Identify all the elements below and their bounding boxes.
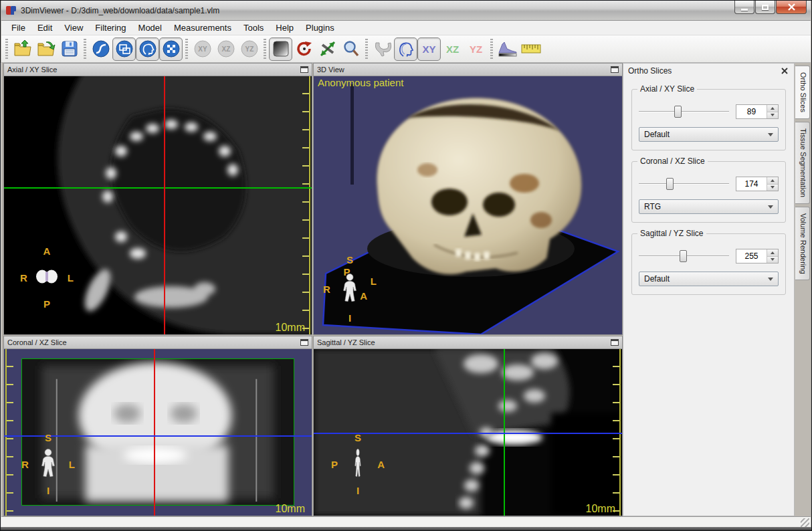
menu-measurements[interactable]: Measurements: [168, 21, 237, 35]
axial-crosshair-horizontal[interactable]: [4, 187, 312, 189]
orientation-letter-posterior: P: [331, 459, 338, 470]
axial-slice-slider-handle[interactable]: [674, 106, 682, 118]
arrow-down-icon: [771, 114, 775, 116]
menu-help[interactable]: Help: [270, 21, 300, 35]
maximize-button[interactable]: [755, 1, 775, 14]
ortho-slices-panel-button[interactable]: [112, 37, 136, 61]
float-window-icon[interactable]: [611, 66, 619, 73]
axial-slice-group: Axial / XY Slice Default: [631, 89, 786, 150]
sagittal-slice-group: Sagittal / YZ Slice Defa: [631, 233, 786, 295]
tab-tissue-segmentation[interactable]: Tissue Segmentation: [795, 122, 810, 204]
coronal-slice-slider-handle[interactable]: [666, 178, 674, 190]
xy-slice-button[interactable]: XY: [191, 37, 214, 61]
float-window-icon[interactable]: [300, 66, 308, 73]
axial-canvas[interactable]: A R L P 10mm: [4, 76, 312, 334]
histogram-button[interactable]: [496, 37, 519, 61]
density-window-button[interactable]: [89, 37, 112, 61]
spin-down-button[interactable]: [767, 112, 778, 119]
arrow-up-icon: [771, 251, 775, 254]
menu-edit[interactable]: Edit: [31, 21, 58, 35]
view3d-viewport-title: 3D View: [317, 66, 344, 74]
minimize-button[interactable]: [734, 1, 754, 14]
save-floppy-icon: [61, 40, 78, 58]
pan-zoom-button[interactable]: [316, 37, 339, 61]
menu-view[interactable]: View: [58, 21, 89, 35]
xz-slice-button[interactable]: XZ: [214, 37, 237, 61]
axial-mode-value: Default: [644, 130, 670, 139]
toolbar-grip[interactable]: [185, 39, 188, 59]
spin-down-button[interactable]: [767, 185, 778, 191]
arrow-down-icon: [771, 258, 775, 261]
toolbar-grip[interactable]: [5, 39, 8, 59]
window-title: 3DimViewer - D:/3dim_web/download/data/s…: [21, 6, 219, 15]
rotate-button[interactable]: [292, 37, 316, 61]
sagittal-orientation-marker: S P A I: [331, 433, 385, 495]
xy-label: XY: [198, 45, 207, 53]
float-window-icon[interactable]: [300, 339, 308, 346]
tissue-segmentation-panel-button[interactable]: [159, 37, 183, 61]
spin-down-button[interactable]: [767, 257, 778, 263]
axial-orientation-icon: [35, 270, 59, 286]
sagittal-slice-slider-handle[interactable]: [680, 250, 687, 262]
head-render-icon: [138, 39, 157, 58]
arrow-up-icon: [771, 179, 775, 182]
sagittal-canvas[interactable]: S P A I 10mm: [314, 349, 622, 516]
toolbar-grip[interactable]: [365, 39, 368, 59]
menu-file[interactable]: File: [5, 21, 31, 35]
measure-button[interactable]: [519, 37, 542, 61]
coronal-canvas[interactable]: S R L I 10mm: [4, 349, 312, 516]
menu-tools[interactable]: Tools: [237, 21, 270, 35]
coronal-slice-value-input[interactable]: [736, 177, 767, 191]
coronal-mode-select[interactable]: RTG: [639, 199, 779, 214]
axial-mode-select[interactable]: Default: [639, 127, 779, 142]
axial-slice-slider[interactable]: [639, 105, 729, 118]
coronal-crosshair-vertical[interactable]: [154, 349, 155, 516]
yz-slice-circle-icon: YZ: [240, 39, 259, 58]
orientation-letter-left: L: [69, 459, 75, 470]
toolbar-grip[interactable]: [264, 39, 266, 59]
coronal-slice-group-label: Coronal / XZ Slice: [637, 156, 708, 166]
sagittal-mode-select[interactable]: Default: [639, 272, 779, 286]
view-xy-button[interactable]: XY: [417, 37, 441, 61]
sagittal-mode-value: Default: [644, 274, 670, 284]
import-data-button[interactable]: [11, 37, 34, 61]
ortho-slices-panel: Ortho Slices Axial / XY Slice: [623, 63, 795, 516]
spin-up-button[interactable]: [767, 105, 778, 112]
resize-grip[interactable]: [801, 518, 809, 527]
volume-rendering-panel-button[interactable]: [136, 37, 159, 61]
zoom-button[interactable]: [339, 37, 363, 61]
panel-close-button[interactable]: [780, 66, 789, 76]
open-file-button[interactable]: [34, 37, 58, 61]
model-view-button[interactable]: [371, 37, 394, 61]
tab-ortho-slices[interactable]: Ortho Slices: [795, 66, 810, 119]
sagittal-slice-value-input[interactable]: [736, 249, 767, 263]
folder-up-icon: [13, 40, 32, 58]
view-3d-button[interactable]: [394, 37, 417, 61]
tab-volume-rendering[interactable]: Volume Rendering: [795, 207, 810, 281]
save-button[interactable]: [58, 37, 81, 61]
float-window-icon[interactable]: [611, 339, 619, 346]
menu-filtering[interactable]: Filtering: [89, 21, 132, 35]
sagittal-slice-slider[interactable]: [639, 249, 729, 263]
close-button[interactable]: [776, 1, 807, 14]
yz-slice-button[interactable]: YZ: [237, 37, 261, 61]
toolbar-grip[interactable]: [490, 39, 493, 59]
view3d-canvas[interactable]: Anonymous patient S P R L A I: [314, 76, 622, 334]
ortho-slices-icon: [115, 39, 134, 58]
chevron-down-icon: [768, 133, 773, 136]
menu-plugins[interactable]: Plugins: [300, 21, 340, 35]
view-xz-button[interactable]: XZ: [441, 37, 464, 61]
window-level-button[interactable]: [269, 37, 292, 61]
spin-up-button[interactable]: [767, 249, 778, 257]
coronal-viewport: Coronal / XZ Slice: [3, 336, 312, 516]
spin-up-button[interactable]: [767, 177, 778, 185]
coronal-slice-slider[interactable]: [639, 177, 729, 191]
toolbar-grip[interactable]: [84, 39, 86, 59]
title-bar[interactable]: 3DimViewer - D:/3dim_web/download/data/s…: [1, 1, 811, 21]
window-level-icon: [272, 40, 290, 58]
menu-model[interactable]: Model: [132, 21, 168, 35]
axial-slice-value-input[interactable]: [736, 105, 767, 118]
orientation-letter-superior: S: [354, 432, 361, 443]
view-yz-button[interactable]: YZ: [464, 37, 488, 61]
axial-crosshair-vertical[interactable]: [164, 76, 165, 334]
